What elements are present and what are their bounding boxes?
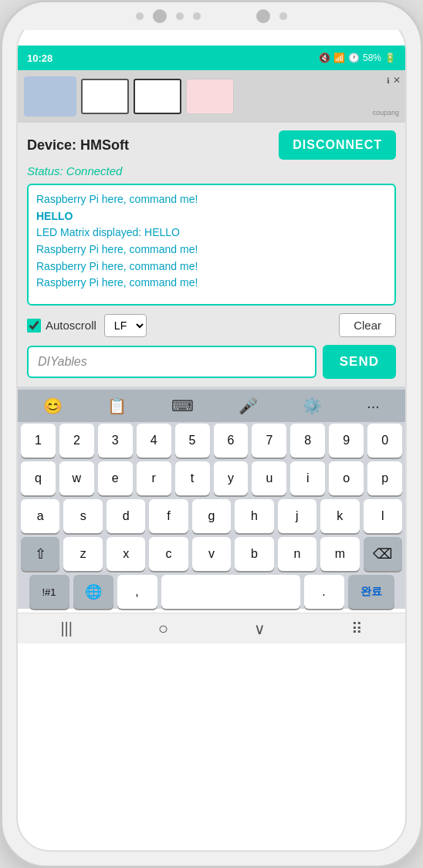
wifi-icon: 📶 [333,52,345,63]
key-m[interactable]: m [320,537,359,571]
key-h[interactable]: h [235,499,273,533]
keyboard-row-a: a s d f g h j k l [21,499,402,533]
nav-back[interactable]: ||| [60,620,73,637]
keyboard-row-numbers: 1 2 3 4 5 6 7 8 9 0 [21,424,402,458]
ad-close-area[interactable]: ℹ ✕ [387,75,401,86]
key-s[interactable]: s [63,499,102,533]
phone-frame: 10:28 🔇 📶 🕐 58% 🔋 ℹ ✕ coupang [0,0,423,868]
battery-icon: 🔋 [384,52,396,63]
key-g[interactable]: g [192,499,231,533]
key-a[interactable]: a [21,499,59,533]
keyboard-row-q: q w e r t y u i o p [21,461,402,495]
key-e[interactable]: e [98,461,133,495]
key-3[interactable]: 3 [98,424,133,458]
device-row: Device: HMSoft DISCONNECT [27,130,396,160]
key-t[interactable]: t [175,461,210,495]
key-q[interactable]: q [21,461,56,495]
serial-line-0: Raspberry Pi here, command me! [36,191,387,208]
ad-close-icon[interactable]: ✕ [393,75,401,86]
key-y[interactable]: y [214,461,249,495]
clear-button[interactable]: Clear [339,313,396,337]
send-input[interactable] [27,346,316,378]
clock-icon: 🕐 [348,52,360,63]
key-2[interactable]: 2 [59,424,94,458]
serial-line-4: Raspberry Pi here, command me! [36,258,387,275]
ad-thumb-4 [186,79,234,114]
serial-line-3: Raspberry Pi here, command me! [36,241,387,258]
key-shift[interactable]: ⇧ [21,537,59,571]
lf-select[interactable]: LF [104,314,147,337]
send-row: SEND [27,345,396,379]
keyboard: 😊 📋 ⌨ 🎤 ⚙️ ··· 1 2 3 4 5 6 7 8 9 [18,387,405,609]
key-backspace[interactable]: ⌫ [364,537,402,571]
key-k[interactable]: k [320,499,359,533]
ad-info-icon: ℹ [387,76,390,85]
key-r[interactable]: r [137,461,171,495]
key-u[interactable]: u [252,461,286,495]
key-l[interactable]: l [364,499,402,533]
key-globe[interactable]: 🌐 [73,575,113,609]
key-period[interactable]: . [304,575,344,609]
key-1[interactable]: 1 [21,424,56,458]
keyboard-icon[interactable]: ⌨ [171,397,194,415]
key-9[interactable]: 9 [329,424,364,458]
status-time: 10:28 [27,52,52,64]
keyboard-row-special: !#1 🌐 , . 완료 [21,575,402,609]
serial-line-2: LED Matrix displayed: HELLO [36,225,387,241]
mute-icon: 🔇 [319,52,330,63]
serial-line-5: Raspberry Pi here, command me! [36,275,387,292]
emoji-icon[interactable]: 😊 [43,397,63,415]
disconnect-button[interactable]: DISCONNECT [279,130,396,160]
key-j[interactable]: j [278,499,316,533]
settings-icon[interactable]: ⚙️ [303,397,322,415]
keyboard-row-z: ⇧ z x c v b n m ⌫ [21,537,402,571]
serial-line-1: HELLO [36,208,387,225]
phone-top-bar [2,2,421,30]
device-label: Device: HMSoft [27,137,129,154]
key-p[interactable]: p [367,461,402,495]
key-0[interactable]: 0 [367,424,402,458]
ad-thumb-2 [81,79,129,114]
key-comma[interactable]: , [117,575,157,609]
sensor-dot [279,12,287,20]
key-6[interactable]: 6 [214,424,249,458]
nav-recent[interactable]: ∨ [254,620,266,638]
bottom-nav: ||| ○ ∨ ⠿ [18,613,405,643]
key-w[interactable]: w [59,461,94,495]
key-n[interactable]: n [278,537,316,571]
key-7[interactable]: 7 [252,424,286,458]
more-icon[interactable]: ··· [367,397,380,415]
camera-dot-right [193,12,201,20]
key-space[interactable] [161,575,300,609]
key-i[interactable]: i [290,461,325,495]
nav-home[interactable]: ○ [158,619,168,639]
key-symbols[interactable]: !#1 [29,575,69,609]
nav-menu[interactable]: ⠿ [351,620,363,638]
key-8[interactable]: 8 [290,424,325,458]
speaker-dot [176,12,184,20]
autoscroll-label[interactable]: Autoscroll [27,319,96,333]
ad-thumb-3 [134,79,181,114]
ad-banner: ℹ ✕ coupang [18,70,405,123]
keyboard-toolbar: 😊 📋 ⌨ 🎤 ⚙️ ··· [18,390,405,422]
key-done[interactable]: 완료 [348,575,394,609]
key-x[interactable]: x [107,537,145,571]
controls-row: Autoscroll LF Clear [27,313,396,337]
key-f[interactable]: f [149,499,188,533]
send-button[interactable]: SEND [323,345,396,379]
key-c[interactable]: c [149,537,188,571]
key-d[interactable]: d [107,499,145,533]
camera-dot-left [136,12,144,20]
key-5[interactable]: 5 [175,424,210,458]
autoscroll-checkbox[interactable] [27,319,41,333]
main-content: Device: HMSoft DISCONNECT Status: Connec… [18,123,405,387]
key-v[interactable]: v [192,537,231,571]
key-4[interactable]: 4 [137,424,171,458]
status-icons: 🔇 📶 🕐 58% 🔋 [319,52,396,63]
key-b[interactable]: b [235,537,273,571]
mic-icon[interactable]: 🎤 [239,397,258,415]
key-z[interactable]: z [63,537,102,571]
key-o[interactable]: o [329,461,364,495]
serial-monitor[interactable]: Raspberry Pi here, command me! HELLO LED… [27,184,396,306]
clipboard-icon[interactable]: 📋 [107,397,127,415]
